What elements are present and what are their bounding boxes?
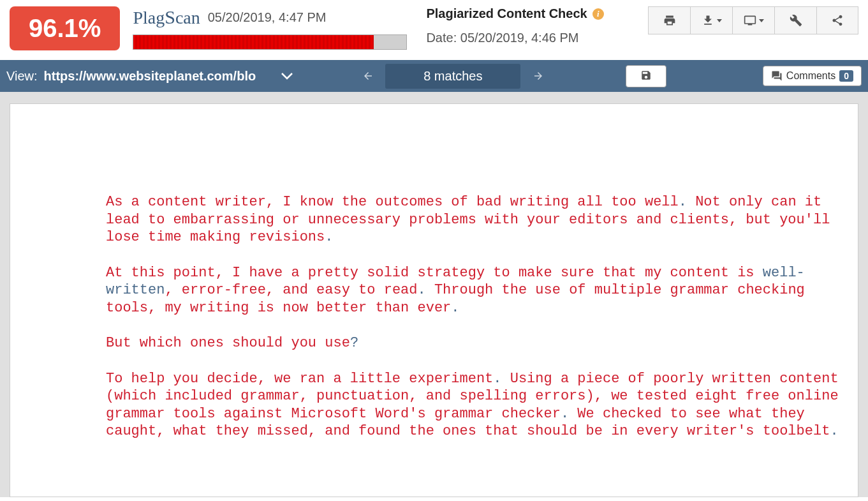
next-match-button[interactable] (520, 63, 555, 89)
comments-count: 0 (839, 70, 853, 82)
navigation-bar: View: https://www.websiteplanet.com/blo … (0, 60, 868, 92)
paragraph-3: But which ones should you use? (106, 334, 845, 352)
text-span: As a content writer, I know the outcomes… (106, 194, 679, 210)
paragraph-2: At this point, I have a pretty solid str… (106, 264, 845, 317)
display-button[interactable] (732, 6, 774, 34)
comments-icon (771, 70, 783, 82)
comments-button[interactable]: Comments 0 (763, 66, 862, 86)
progress-fill (133, 35, 374, 49)
punct: . (451, 300, 459, 316)
caret-down-icon (717, 19, 722, 22)
save-icon (640, 70, 652, 81)
print-icon (663, 14, 676, 27)
text-span: At this point, I have a pretty solid str… (106, 265, 763, 281)
text-span: But which ones should you use (106, 335, 350, 351)
prev-match-button[interactable] (350, 63, 385, 89)
punct: . (830, 423, 838, 439)
punct: . (418, 282, 426, 298)
toolbar (648, 6, 858, 34)
title-section: Plagiarized Content Check i Date: 05/20/… (426, 6, 603, 45)
match-count[interactable]: 8 matches (385, 64, 520, 89)
header-top: 96.1% PlagScan 05/20/2019, 4:47 PM Plagi… (0, 0, 868, 60)
report-title: Plagiarized Content Check (426, 6, 587, 21)
arrow-right-icon (533, 70, 544, 82)
match-navigation: 8 matches (350, 63, 555, 89)
save-button[interactable] (626, 65, 666, 87)
share-button[interactable] (816, 6, 858, 34)
info-icon[interactable]: i (592, 8, 604, 20)
scan-timestamp: 05/20/2019, 4:47 PM (208, 10, 327, 25)
punct: . (561, 406, 569, 422)
download-icon (702, 14, 714, 27)
print-button[interactable] (648, 6, 690, 34)
arrow-left-icon (362, 70, 374, 82)
view-label: View: (6, 69, 38, 84)
report-date: Date: 05/20/2019, 4:46 PM (426, 31, 603, 45)
share-icon (831, 14, 844, 27)
paragraph-4: To help you decide, we ran a little expe… (106, 370, 845, 440)
paragraph-1: As a content writer, I know the outcomes… (106, 193, 845, 246)
plagiarism-progress-bar (133, 34, 407, 50)
settings-button[interactable] (774, 6, 816, 34)
text-span: , error-free, and easy to read (165, 282, 417, 298)
monitor-icon (744, 14, 756, 27)
chevron-down-icon (281, 73, 293, 80)
url-dropdown[interactable] (281, 69, 293, 84)
punct: . (325, 229, 333, 245)
document-area: As a content writer, I know the outcomes… (0, 92, 868, 497)
wrench-icon (790, 14, 802, 27)
document-content: As a content writer, I know the outcomes… (106, 193, 845, 440)
punct: . (679, 194, 687, 210)
punct: ? (350, 335, 358, 351)
download-button[interactable] (690, 6, 732, 34)
punct: . (493, 371, 501, 387)
logo-section: PlagScan 05/20/2019, 4:47 PM (133, 6, 407, 50)
plagiarism-percentage: 96.1% (10, 6, 120, 50)
plagscan-logo: PlagScan (133, 6, 200, 28)
text-span: To help you decide, we ran a little expe… (106, 371, 493, 387)
view-url: https://www.websiteplanet.com/blo (44, 69, 256, 84)
comments-label: Comments (786, 70, 835, 82)
caret-down-icon (759, 19, 764, 22)
document-page: As a content writer, I know the outcomes… (10, 103, 858, 497)
